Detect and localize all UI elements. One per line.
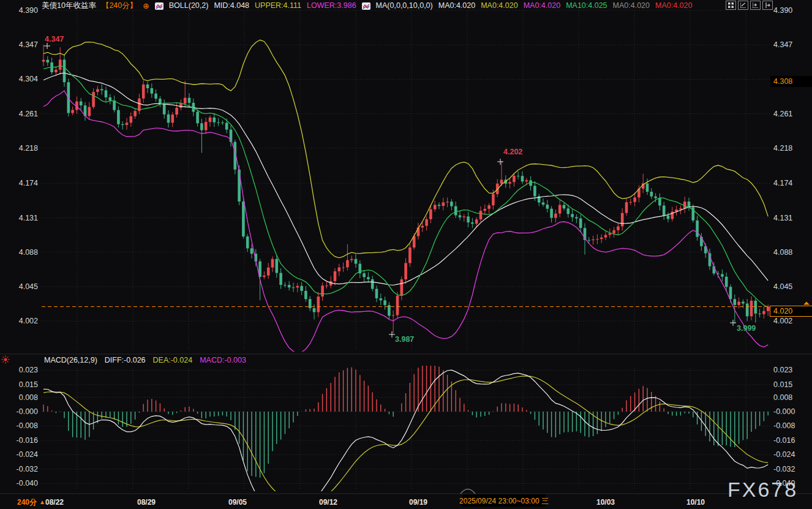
date-label: 10/03 <box>596 498 615 507</box>
macd-header: MACD(26,12,9) DIFF:-0.026 DEA:-0.024 MAC… <box>44 356 246 364</box>
ma-value: MA0:4.020 <box>438 1 475 10</box>
date-label: 10/10 <box>686 498 705 507</box>
price-axis-right: 4.3904.3474.2614.2184.1744.1314.0884.045… <box>773 6 792 325</box>
svg-text:4.202: 4.202 <box>503 148 522 156</box>
svg-text:4.347: 4.347 <box>45 35 64 43</box>
svg-text:4.088: 4.088 <box>19 248 38 257</box>
svg-text:4.390: 4.390 <box>773 6 792 15</box>
svg-text:-0.008: -0.008 <box>17 421 38 430</box>
ma-value: MA0:4.020 <box>613 1 650 10</box>
boll-upper-line <box>43 40 768 258</box>
svg-text:-0.000: -0.000 <box>17 407 38 416</box>
watermark-logo: FX678 <box>727 478 798 502</box>
macd-histogram <box>43 363 768 477</box>
svg-text:0.008: 0.008 <box>19 393 38 402</box>
svg-text:-0.032: -0.032 <box>17 465 38 473</box>
boll-mid-line <box>43 73 768 285</box>
period-tag[interactable]: 【240分】 <box>102 1 137 11</box>
svg-text:4.131: 4.131 <box>773 214 792 222</box>
svg-text:-0.024: -0.024 <box>773 450 795 459</box>
ma-value: MA0:4.020 <box>481 1 517 10</box>
pane-chart-up-icon[interactable] <box>738 1 748 10</box>
svg-text:-0.032: -0.032 <box>773 465 795 473</box>
pane-chart-next-icon[interactable] <box>750 1 761 10</box>
crosshair-date-text: 2025/09/24 23:00~03:00 三 <box>459 497 549 505</box>
date-label: 09/12 <box>319 498 337 507</box>
grid-layer <box>42 10 770 490</box>
svg-text:-0.000: -0.000 <box>773 407 795 416</box>
svg-text:4.261: 4.261 <box>19 110 38 118</box>
svg-text:4.002: 4.002 <box>19 317 38 325</box>
pane-toolbar <box>726 1 773 10</box>
svg-text:4.304: 4.304 <box>19 75 38 83</box>
date-label: 08/22 <box>45 498 64 507</box>
macd-dea-value: DEA:-0.024 <box>153 356 193 364</box>
candles-layer <box>42 45 770 333</box>
boll-chart-icon[interactable] <box>155 2 164 10</box>
svg-text:-0.016: -0.016 <box>773 436 795 445</box>
svg-text:0.023: 0.023 <box>773 366 792 374</box>
price-axis-left: 4.3904.3474.3044.2614.2184.1744.1314.088… <box>19 6 38 325</box>
date-label: 09/19 <box>409 498 427 507</box>
macd-diff-line <box>43 370 768 509</box>
annotations-layer: 4.3474.2023.9873.999 <box>44 35 756 344</box>
svg-text:-0.040: -0.040 <box>17 479 38 488</box>
price-marker-arrow <box>803 302 810 305</box>
ma-value: MA10:4.025 <box>566 1 607 10</box>
boll-lower-line <box>43 91 768 353</box>
svg-text:3.999: 3.999 <box>737 324 756 333</box>
panes-grid-icon[interactable] <box>726 1 736 10</box>
period-expand-icon[interactable]: ▲ <box>39 499 45 505</box>
svg-text:4.088: 4.088 <box>773 248 792 257</box>
svg-text:0.008: 0.008 <box>773 393 792 402</box>
last-price-badge: 4.020 <box>770 306 812 317</box>
date-label: 08/29 <box>137 498 156 507</box>
macd-diff-value: DIFF:-0.026 <box>105 356 146 364</box>
marked-price-badge: 4.308 <box>770 76 812 87</box>
svg-text:-0.016: -0.016 <box>17 436 38 445</box>
period-label[interactable]: 240分 <box>17 498 37 507</box>
svg-text:4.261: 4.261 <box>773 110 792 118</box>
svg-text:4.045: 4.045 <box>19 282 38 291</box>
chart-canvas[interactable]: 4.3474.2023.9873.9994.3904.3474.3044.261… <box>0 0 812 509</box>
price-pane[interactable] <box>42 40 770 353</box>
svg-text:4.174: 4.174 <box>19 179 38 187</box>
svg-text:4.347: 4.347 <box>773 40 792 49</box>
svg-text:4.218: 4.218 <box>773 144 792 153</box>
ma-value: MA0:4.020 <box>655 1 692 10</box>
trading-chart-app: { "header": { "title": "美债10年收益率", "peri… <box>0 0 812 509</box>
chart-header: 美债10年收益率 【240分】 ⊕ BOLL(20,2) MID:4.048 U… <box>42 1 697 10</box>
instrument-title: 美债10年收益率 <box>42 1 96 11</box>
svg-text:4.390: 4.390 <box>19 6 38 15</box>
ma-chart-icon[interactable] <box>362 2 370 10</box>
boll-mid-value: MID:4.048 <box>214 1 249 10</box>
svg-text:4.347: 4.347 <box>19 40 38 49</box>
macd-macd-value: MACD:-0.003 <box>200 356 246 364</box>
boll-lower-value: LOWER:3.986 <box>307 1 356 10</box>
svg-text:-0.008: -0.008 <box>773 421 795 430</box>
svg-text:4.218: 4.218 <box>19 144 38 153</box>
svg-text:0.015: 0.015 <box>19 380 38 389</box>
macd-axis-left: 0.0230.0150.008-0.000-0.008-0.016-0.024-… <box>17 366 39 488</box>
svg-text:4.131: 4.131 <box>19 214 38 222</box>
ma-values: MA0:4.020MA0:4.020MA0:4.020MA10:4.025MA0… <box>438 1 698 10</box>
svg-text:-0.024: -0.024 <box>17 450 38 459</box>
ma-label: MA(0,0,0,10,0,0) <box>376 1 433 10</box>
logo-arc <box>461 489 475 494</box>
macd-label: MACD(26,12,9) <box>44 356 97 364</box>
ma-value: MA0:4.020 <box>524 1 560 10</box>
svg-text:4.174: 4.174 <box>773 179 792 187</box>
macd-axis-right: 0.0230.0150.008-0.000-0.008-0.016-0.024-… <box>773 366 795 488</box>
add-indicator-icon[interactable]: ⊕ <box>143 1 149 10</box>
date-axis[interactable]: 240分▲08/2208/2909/0509/1209/1910/0310/10… <box>17 494 705 507</box>
pane-move-right-icon[interactable] <box>762 1 773 10</box>
indicator-settings-icon[interactable] <box>1 355 10 366</box>
boll-upper-value: UPPER:4.111 <box>255 1 301 10</box>
svg-text:4.002: 4.002 <box>773 317 792 325</box>
svg-text:0.015: 0.015 <box>773 380 792 389</box>
date-label: 09/05 <box>228 498 247 507</box>
svg-text:4.045: 4.045 <box>773 282 792 291</box>
boll-label: BOLL(20,2) <box>169 1 209 10</box>
svg-text:0.023: 0.023 <box>19 366 38 374</box>
svg-text:3.987: 3.987 <box>395 335 414 344</box>
